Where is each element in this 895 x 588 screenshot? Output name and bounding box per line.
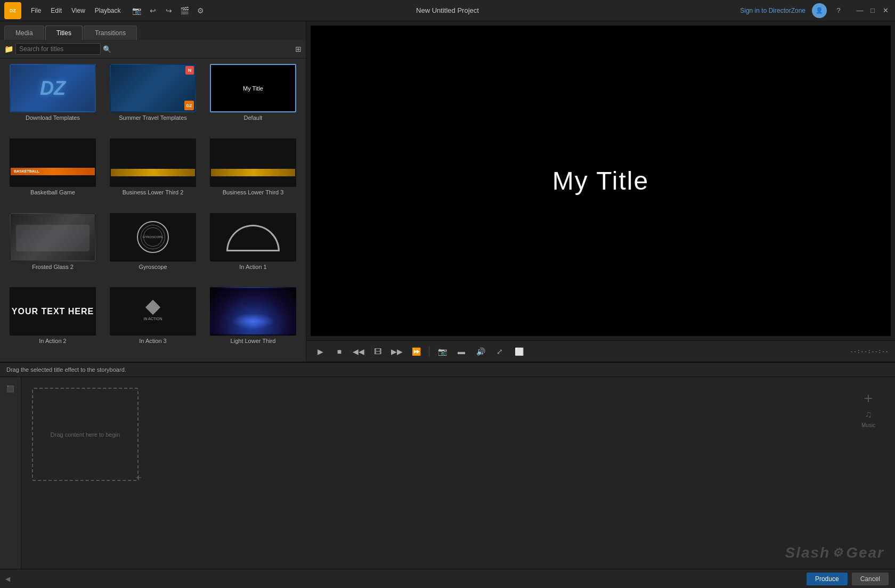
undo-icon[interactable]: ↩ xyxy=(147,4,159,17)
title-bar-right: Sign in to DirectorZone 👤 ? — □ ✕ xyxy=(740,3,891,18)
minimize-button[interactable]: — xyxy=(855,5,865,16)
inaction3-diamond xyxy=(145,300,160,315)
restore-button[interactable]: □ xyxy=(867,5,878,16)
subtitle-button[interactable]: ▬ xyxy=(454,344,469,359)
redo-icon[interactable]: ↪ xyxy=(162,4,175,17)
template-label-default: Default xyxy=(244,115,263,121)
menu-edit[interactable]: Edit xyxy=(46,5,66,17)
basketball-bar-text: BASKETBALL xyxy=(14,169,39,173)
capture-frame-button[interactable]: 🎞 xyxy=(370,344,385,359)
search-icon[interactable]: 🔍 xyxy=(103,45,111,53)
prev-frame-button[interactable]: ◀◀ xyxy=(351,344,366,359)
template-inaction3[interactable]: IN ACTION In Action 3 xyxy=(105,287,200,356)
help-button[interactable]: ? xyxy=(833,5,844,16)
drag-zone[interactable]: Drag content here to begin + xyxy=(32,388,139,481)
inaction1-arc xyxy=(226,225,280,251)
template-thumb-business2 xyxy=(110,138,196,187)
settings-icon[interactable]: ⚙ xyxy=(194,4,207,17)
template-thumb-basketball: BASKETBALL xyxy=(10,138,96,187)
project-icon[interactable]: 🎬 xyxy=(178,4,191,17)
template-thumb-inaction3: IN ACTION xyxy=(110,287,196,336)
template-thumb-frosted xyxy=(10,213,96,262)
template-thumb-gyroscope: GYROSCOPE xyxy=(110,213,196,262)
tab-titles[interactable]: Titles xyxy=(45,26,83,40)
search-input[interactable] xyxy=(15,43,101,55)
template-thumb-download: DZ xyxy=(10,64,96,112)
template-default[interactable]: My Title Default xyxy=(206,64,300,133)
timecode: --:--:--:-- xyxy=(850,348,889,355)
timeline-scroll-left[interactable]: ◀ xyxy=(5,575,10,583)
grid-view-icon[interactable]: ⊞ xyxy=(295,45,302,53)
template-label-gyroscope: Gyroscope xyxy=(139,264,167,270)
window-title: New Untitled Project xyxy=(416,6,479,14)
playback-controls: ▶ ■ ◀◀ 🎞 ▶▶ ⏩ 📷 ▬ 🔊 ⤢ ⬜ --:--:--:-- xyxy=(306,340,895,362)
play-button[interactable]: ▶ xyxy=(313,344,328,359)
timeline-panel-icon[interactable]: ⬛ xyxy=(3,381,18,396)
timeline-section: ⬛ Drag content here to begin + + ♫ Music… xyxy=(0,377,895,588)
template-business3[interactable]: Business Lower Third 3 xyxy=(206,138,300,208)
left-panel: Media Titles Transitions 📁 🔍 ⊞ DZ xyxy=(0,21,306,362)
stop-button[interactable]: ■ xyxy=(332,344,347,359)
inaction3-text: IN ACTION xyxy=(143,317,162,321)
close-button[interactable]: ✕ xyxy=(880,5,891,16)
drag-plus-icon: + xyxy=(135,472,142,484)
ctrl-separator-1 xyxy=(429,346,429,357)
gyro-circle: GYROSCOPE xyxy=(137,221,169,253)
menu-bar: File Edit View Playback xyxy=(27,5,125,17)
music-add-icon: + xyxy=(864,390,873,407)
music-note-icon: ♫ xyxy=(865,409,872,420)
app-logo-text: DZ xyxy=(10,8,16,13)
template-thumb-inaction2: YOUR TEXT HERE xyxy=(10,287,96,336)
music-add-label: Music xyxy=(861,422,875,428)
top-section: Media Titles Transitions 📁 🔍 ⊞ DZ xyxy=(0,21,895,362)
fullscreen-button[interactable]: ⤢ xyxy=(492,344,507,359)
cancel-button[interactable]: Cancel xyxy=(852,573,889,585)
template-label-inaction3: In Action 3 xyxy=(139,338,166,344)
music-add-button[interactable]: + ♫ Music xyxy=(852,388,884,430)
app-logo: DZ xyxy=(4,2,21,19)
template-label-light: Light Lower Third xyxy=(231,338,276,344)
capture-icon[interactable]: 📷 xyxy=(131,4,143,17)
status-text: Drag the selected title effect to the st… xyxy=(6,366,126,373)
template-inaction1[interactable]: In Action 1 xyxy=(206,213,300,282)
tab-media[interactable]: Media xyxy=(4,26,44,40)
template-thumb-inaction1 xyxy=(210,213,296,262)
template-label-download: Download Templates xyxy=(26,115,80,121)
user-avatar[interactable]: 👤 xyxy=(812,3,827,18)
template-thumb-default: My Title xyxy=(210,64,296,112)
template-frosted[interactable]: Frosted Glass 2 xyxy=(5,213,100,282)
timeline-content: ⬛ Drag content here to begin + + ♫ Music xyxy=(0,377,895,569)
produce-button[interactable]: Produce xyxy=(807,573,848,585)
tab-bar: Media Titles Transitions xyxy=(0,21,306,40)
template-download[interactable]: DZ Download Templates xyxy=(5,64,100,133)
template-inaction2[interactable]: YOUR TEXT HERE In Action 2 xyxy=(5,287,100,356)
template-label-inaction1: In Action 1 xyxy=(239,264,266,270)
template-light[interactable]: Light Lower Third xyxy=(206,287,300,356)
pip-button[interactable]: ⬜ xyxy=(511,344,526,359)
folder-icon[interactable]: 📁 xyxy=(4,45,13,53)
template-business2[interactable]: Business Lower Third 2 xyxy=(105,138,200,208)
snapshot-button[interactable]: 📷 xyxy=(435,344,450,359)
volume-button[interactable]: 🔊 xyxy=(473,344,488,359)
template-summer[interactable]: N DZ Summer Travel Templates xyxy=(105,64,200,133)
right-preview: My Title ▶ ■ ◀◀ 🎞 ▶▶ ⏩ 📷 ▬ 🔊 ⤢ ⬜ --:--:-… xyxy=(306,21,895,362)
bottom-bar: ◀ Produce Cancel xyxy=(0,569,895,588)
menu-view[interactable]: View xyxy=(67,5,90,17)
template-gyroscope[interactable]: GYROSCOPE Gyroscope xyxy=(105,213,200,282)
template-basketball[interactable]: BASKETBALL Basketball Game xyxy=(5,138,100,208)
template-label-business3: Business Lower Third 3 xyxy=(223,189,284,195)
frosted-element xyxy=(16,225,90,251)
next-frame-button[interactable]: ▶▶ xyxy=(389,344,404,359)
fast-forward-button[interactable]: ⏩ xyxy=(409,344,424,359)
template-label-inaction2: In Action 2 xyxy=(39,338,66,344)
menu-playback[interactable]: Playback xyxy=(91,5,125,17)
menu-file[interactable]: File xyxy=(27,5,45,17)
drag-zone-text: Drag content here to begin xyxy=(45,431,125,438)
dz-badge: DZ xyxy=(184,101,194,110)
sign-in-link[interactable]: Sign in to DirectorZone xyxy=(740,7,806,14)
preview-area: My Title xyxy=(311,26,891,336)
template-thumb-business3 xyxy=(210,138,296,187)
gyro-text: GYROSCOPE xyxy=(143,235,164,239)
template-label-basketball: Basketball Game xyxy=(30,189,75,195)
tab-transitions[interactable]: Transitions xyxy=(84,26,137,40)
